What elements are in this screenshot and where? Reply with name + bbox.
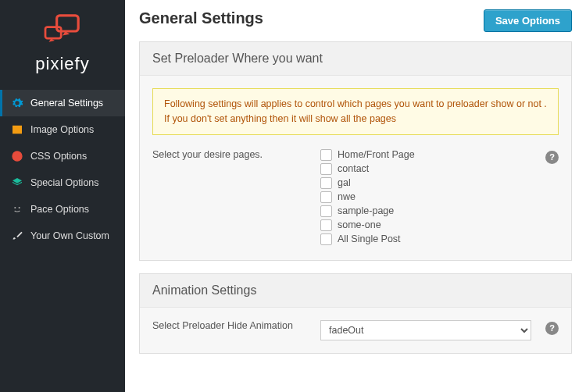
checkbox-icon	[320, 177, 332, 189]
opt-label: All Single Post	[338, 233, 401, 244]
opt-label: sample-page	[338, 205, 394, 216]
sidebar-item-custom[interactable]: Your Own Custom	[0, 223, 125, 249]
sidebar-item-css-options[interactable]: CSS Options	[0, 143, 125, 169]
layers-icon	[10, 176, 24, 190]
clock-icon	[10, 149, 24, 163]
checkbox-item[interactable]: All Single Post	[320, 233, 559, 245]
panel-heading: Set Preloader Where you want	[140, 42, 571, 76]
checkbox-icon	[320, 205, 332, 217]
notice-box: Following settings will applies to contr…	[152, 88, 559, 135]
help-icon[interactable]: ?	[545, 322, 559, 335]
opt-label: contact	[338, 163, 369, 174]
main-content: General Settings Save Options Set Preloa…	[125, 0, 586, 392]
svg-point-4	[19, 207, 20, 208]
face-icon	[10, 202, 24, 216]
field-animation: Select Preloader Hide Animation fadeOut …	[152, 320, 559, 340]
brand-block: pixiefy	[0, 0, 125, 90]
image-icon	[10, 123, 24, 137]
brand-icon	[41, 14, 84, 51]
checkbox-item[interactable]: sample-page	[320, 205, 559, 217]
field-label: Select your desire pages.	[152, 149, 320, 160]
checkbox-item[interactable]: contact	[320, 163, 559, 175]
opt-label: nwe	[338, 191, 356, 202]
checkbox-item[interactable]: gal	[320, 177, 559, 189]
panel-body: Following settings will applies to contr…	[140, 76, 571, 260]
checkbox-item[interactable]: some-one	[320, 219, 559, 231]
field-label: Select Preloader Hide Animation	[152, 320, 320, 331]
opt-label: some-one	[338, 219, 381, 230]
brush-icon	[10, 229, 24, 243]
panel-body: Select Preloader Hide Animation fadeOut …	[140, 308, 571, 353]
panel-preloader: Set Preloader Where you want Following s…	[139, 41, 572, 261]
field-control: Home/Front Page contact gal nwe sample-p…	[320, 149, 559, 248]
menu-label: CSS Options	[30, 151, 87, 162]
panel-heading: Animation Settings	[140, 274, 571, 308]
opt-label: Home/Front Page	[338, 149, 415, 160]
menu-label: General Settings	[30, 98, 103, 109]
checkbox-item[interactable]: Home/Front Page	[320, 149, 559, 161]
field-control: fadeOut	[320, 320, 559, 340]
brand-name: pixiefy	[8, 54, 117, 74]
sidebar-item-image-options[interactable]: Image Options	[0, 116, 125, 143]
field-pages: Select your desire pages. Home/Front Pag…	[152, 149, 559, 248]
animation-select[interactable]: fadeOut	[320, 320, 531, 340]
checkbox-list: Home/Front Page contact gal nwe sample-p…	[320, 149, 559, 245]
checkbox-icon	[320, 191, 332, 203]
svg-point-3	[14, 207, 16, 208]
sidebar-item-general-settings[interactable]: General Settings	[0, 90, 125, 116]
menu-label: Pace Options	[30, 204, 89, 215]
opt-label: gal	[338, 177, 351, 188]
svg-rect-1	[45, 27, 61, 39]
menu-label: Image Options	[30, 124, 94, 135]
menu-label: Your Own Custom	[30, 230, 109, 241]
sidebar-item-special-options[interactable]: Special Options	[0, 169, 125, 196]
checkbox-icon	[320, 219, 332, 231]
checkbox-icon	[320, 163, 332, 175]
checkbox-icon	[320, 149, 332, 161]
sidebar-menu: General Settings Image Options CSS Optio…	[0, 90, 125, 249]
app-frame: pixiefy General Settings Image Options C…	[0, 0, 586, 392]
sidebar: pixiefy General Settings Image Options C…	[0, 0, 125, 392]
gear-icon	[10, 96, 24, 110]
sidebar-item-pace-options[interactable]: Pace Options	[0, 196, 125, 223]
help-icon[interactable]: ?	[545, 151, 559, 164]
panel-animation: Animation Settings Select Preloader Hide…	[139, 273, 572, 354]
menu-label: Special Options	[30, 177, 99, 188]
save-options-button[interactable]: Save Options	[484, 9, 572, 32]
checkbox-item[interactable]: nwe	[320, 191, 559, 203]
checkbox-icon	[320, 233, 332, 245]
page-title: General Settings	[139, 9, 263, 27]
page-header: General Settings Save Options	[139, 9, 572, 32]
